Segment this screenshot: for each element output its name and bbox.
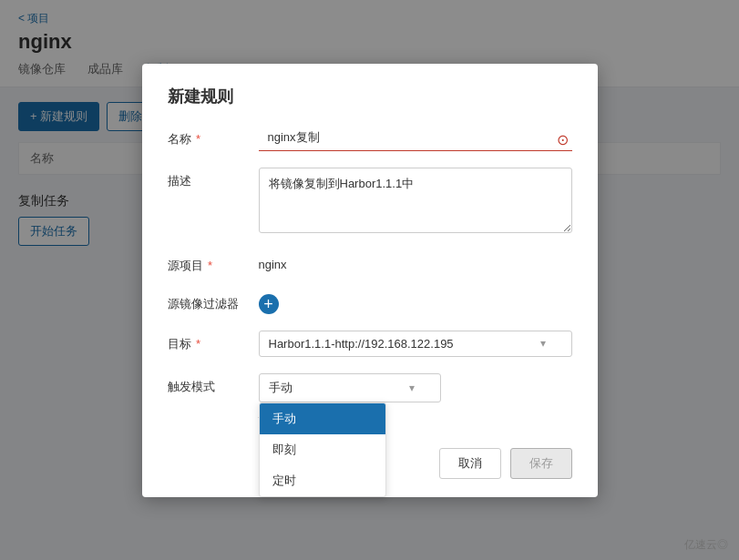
trigger-select-wrap: 手动 ▾ 手动 即刻 定时 xyxy=(259,373,441,402)
trigger-select-value: 手动 xyxy=(269,380,293,396)
target-select-arrow: ▾ xyxy=(540,337,546,350)
source-project-wrap: nginx xyxy=(259,252,572,271)
trigger-select[interactable]: 手动 ▾ xyxy=(259,373,441,402)
source-filter-label: 源镜像过滤器 xyxy=(168,290,259,312)
form-row-trigger: 触发模式 手动 ▾ 手动 即刻 定时 At xyxy=(168,373,572,421)
form-row-name: 名称 * ⊙ xyxy=(168,126,572,151)
desc-textarea[interactable]: 将镜像复制到Harbor1.1.1中 xyxy=(259,168,572,233)
desc-field-wrap: 将镜像复制到Harbor1.1.1中 xyxy=(259,168,572,236)
required-indicator: * xyxy=(193,132,201,146)
name-field-wrap: ⊙ xyxy=(259,126,572,151)
form-row-source-filter: 源镜像过滤器 + xyxy=(168,290,572,314)
form-row-target: 目标 * Harbor1.1.1-http://192.168.122.195 … xyxy=(168,331,572,357)
required-indicator3: * xyxy=(193,337,201,351)
target-select-wrap: Harbor1.1.1-http://192.168.122.195 ▾ xyxy=(259,331,572,357)
target-field-wrap: Harbor1.1.1-http://192.168.122.195 ▾ xyxy=(259,331,572,357)
error-icon: ⊙ xyxy=(557,131,569,148)
form-row-desc: 描述 将镜像复制到Harbor1.1.1中 xyxy=(168,168,572,236)
dropdown-item-scheduled[interactable]: 定时 xyxy=(260,465,385,496)
modal-title: 新建规则 xyxy=(168,86,572,107)
target-select[interactable]: Harbor1.1.1-http://192.168.122.195 ▾ xyxy=(259,331,572,357)
trigger-select-arrow: ▾ xyxy=(409,382,415,394)
source-filter-wrap: + xyxy=(259,290,572,314)
new-rule-modal: 新建规则 名称 * ⊙ 描述 将镜像复制到Harbor1.1.1中 源项目 * … xyxy=(142,64,598,497)
trigger-field-wrap: 手动 ▾ 手动 即刻 定时 At xyxy=(259,373,572,421)
required-indicator2: * xyxy=(205,259,213,272)
form-row-source-project: 源项目 * nginx xyxy=(168,252,572,274)
source-project-label: 源项目 * xyxy=(168,252,259,274)
trigger-label: 触发模式 xyxy=(168,373,259,395)
name-label: 名称 * xyxy=(168,126,259,148)
target-select-value: Harbor1.1.1-http://192.168.122.195 xyxy=(269,337,454,351)
trigger-dropdown: 手动 即刻 定时 xyxy=(259,402,386,497)
cancel-button[interactable]: 取消 xyxy=(439,448,501,479)
dropdown-item-manual[interactable]: 手动 xyxy=(260,403,385,434)
save-button[interactable]: 保存 xyxy=(510,448,572,479)
target-label: 目标 * xyxy=(168,331,259,352)
desc-label: 描述 xyxy=(168,168,259,189)
add-filter-button[interactable]: + xyxy=(259,294,279,314)
source-project-value: nginx xyxy=(259,252,572,271)
dropdown-item-immediate[interactable]: 即刻 xyxy=(260,434,385,465)
name-input[interactable] xyxy=(259,126,572,151)
